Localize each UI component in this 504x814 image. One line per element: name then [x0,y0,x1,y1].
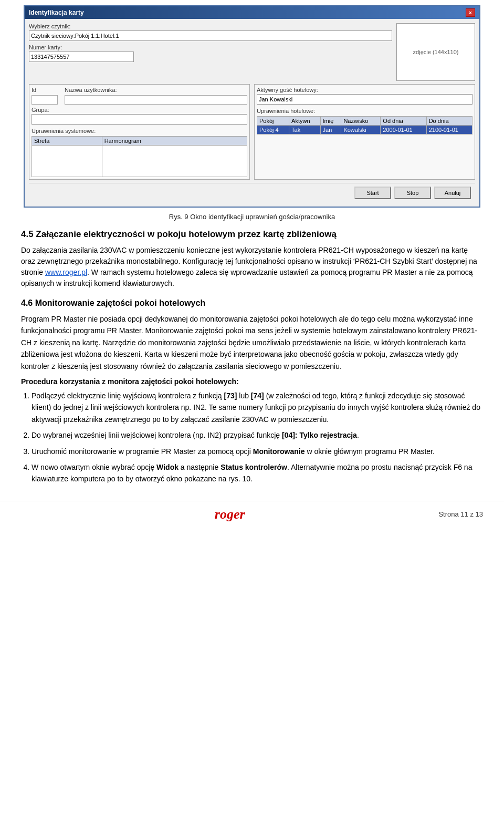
middle-section: Id Nazwa użytkownika: Grupa: Uprawnienia… [29,84,475,180]
hotel-col-nazwisko: Nazwisko [341,117,381,126]
footer: roger Strona 11 z 13 [0,501,504,528]
cancel-button[interactable]: Anuluj [434,187,471,199]
hotel-col-imie: Imię [320,117,341,126]
section-45-text2: . W ramach systemu hotelowego zaleca się… [21,268,473,287]
hotel-col-do-dnia: Do dnia [426,117,472,126]
user-id-inputs [32,95,247,105]
sys-perms-label: Uprawnienia systemowe: [32,128,247,134]
step2-text: Do wybranej wcześniej linii wejściowej k… [32,431,359,439]
footer-brand: roger [215,507,245,522]
list-item: Do wybranej wcześniej linii wejściowej k… [32,429,483,441]
photo-box: zdjęcie (144x110) [396,23,475,81]
top-section: Wybierz czytnik: Numer karty: zdjęcie (1… [29,23,475,81]
dialog-buttons: Start Stop Anuluj [29,183,475,202]
hotel-perms-table: Pokój Aktywn Imię Nazwisko Od dnia Do dn… [257,116,472,135]
dialog-titlebar: Identyfikacja karty × [25,6,479,19]
procedure-heading: Procedura korzystania z monitora zajętoś… [21,377,483,386]
sys-row-empty [32,146,102,177]
figure-caption: Rys. 9 Okno identyfikacji uprawnień gośc… [0,213,504,221]
name-label: Nazwa użytkownika: [65,87,247,93]
card-number-input[interactable] [29,51,134,62]
sys-col-strefa: Strefa [32,137,102,146]
sys-perms-table: Strefa Harmonogram [32,136,247,177]
cell-od-dnia: 2000-01-01 [381,126,426,135]
main-content: 4.5 Załączanie elektryczności w pokoju h… [0,229,504,485]
group-label: Grupa: [32,107,247,113]
user-id-row: Id Nazwa użytkownika: [32,87,247,93]
table-row: Pokój 4 Tak Jan Kowalski 2000-01-01 2100… [257,126,472,135]
cell-aktywn: Tak [289,126,320,135]
reader-input[interactable] [29,30,392,41]
hotel-col-aktywn: Aktywn [289,117,320,126]
step4-text: W nowo otwartym oknie wybrać opcję Widok… [32,463,472,483]
step3-text: Uruchomić monitorowanie w programie PR M… [32,447,435,456]
reader-label: Wybierz czytnik: [29,23,392,29]
dialog-title: Identyfikacja karty [29,9,84,16]
section-45-para: Do załączania zasilania 230VAC w pomiesz… [21,245,483,289]
card-number-label: Numer karty: [29,44,392,50]
section-45-link[interactable]: www.roger.pl [45,268,87,276]
hotel-perms-label: Uprawnienia hotelowe: [257,108,472,114]
list-item: Uruchomić monitorowanie w programie PR M… [32,446,483,457]
section-46-para1: Program PR Master nie posiada opcji dedy… [21,313,483,372]
stop-button[interactable]: Stop [394,187,431,199]
dialog-close-button[interactable]: × [466,8,475,17]
photo-label: zdjęcie (144x110) [413,49,459,55]
section-45-heading: 4.5 Załączanie elektryczności w pokoju h… [21,229,483,240]
user-id-input[interactable] [32,95,58,105]
id-label: Id [32,87,63,93]
user-name-input[interactable] [65,95,247,105]
hotel-section: Aktywny gość hotelowy: Uprawnienia hotel… [254,84,475,180]
dialog-window: Identyfikacja karty × Wybierz czytnik: N… [24,5,480,208]
footer-page: Strona 11 z 13 [438,510,483,518]
hotel-col-pokoj: Pokój [257,117,289,126]
cell-do-dnia: 2100-01-01 [426,126,472,135]
cell-pokoj: Pokój 4 [257,126,289,135]
card-number-section: Numer karty: [29,44,392,62]
sys-col-harmonogram: Harmonogram [102,137,247,146]
guest-label: Aktywny gość hotelowy: [257,87,472,93]
group-input[interactable] [32,114,247,125]
procedure-list: Podłączyć elektrycznie linię wyjściową k… [32,390,483,485]
list-item: Podłączyć elektrycznie linię wyjściową k… [32,390,483,425]
start-button[interactable]: Start [354,187,391,199]
hotel-col-od-dnia: Od dnia [381,117,426,126]
list-item: W nowo otwartym oknie wybrać opcję Widok… [32,461,483,485]
reader-form-section: Wybierz czytnik: [29,23,392,41]
cell-nazwisko: Kowalski [341,126,381,135]
dialog-body: Wybierz czytnik: Numer karty: zdjęcie (1… [25,19,479,207]
user-section: Id Nazwa użytkownika: Grupa: Uprawnienia… [29,84,250,180]
cell-imie: Jan [320,126,341,135]
reader-section: Wybierz czytnik: Numer karty: [29,23,392,81]
step1-text: Podłączyć elektrycznie linię wyjściową k… [32,391,480,424]
section-46-heading: 4.6 Monitorowanie zajętości pokoi hotelo… [21,298,483,308]
guest-input[interactable] [257,94,472,105]
